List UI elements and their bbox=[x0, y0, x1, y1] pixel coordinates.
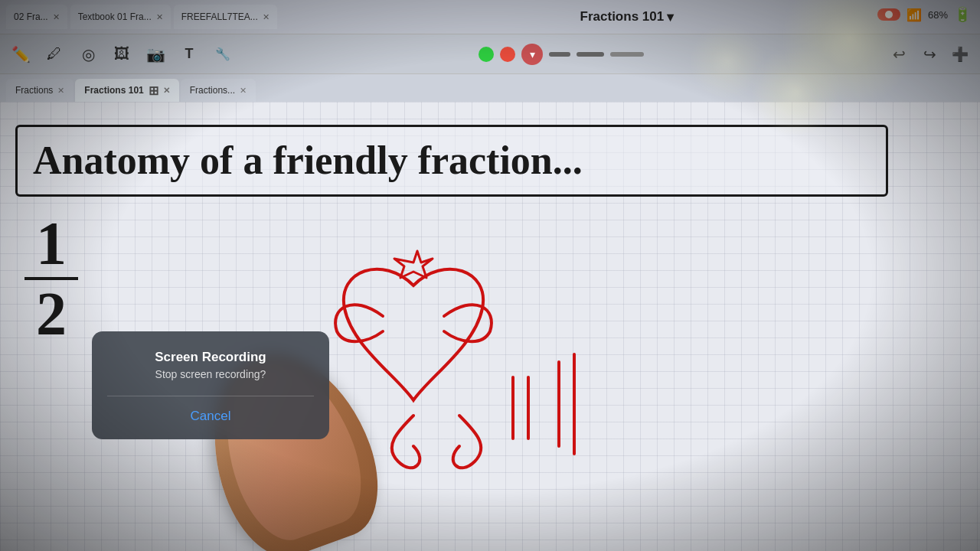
canvas-title: Anatomy of a friendly fraction... bbox=[33, 138, 871, 184]
dialog-title: Screen Recording bbox=[107, 350, 314, 365]
eyedropper-tool[interactable]: 🔧 bbox=[208, 40, 237, 69]
pen-tool[interactable]: 🖊 bbox=[40, 40, 69, 69]
doc-tab-fractions-close[interactable]: ✕ bbox=[57, 86, 64, 96]
text-tool[interactable]: T bbox=[175, 40, 204, 69]
dialog-divider bbox=[107, 396, 314, 396]
browser-tab-2[interactable]: Textbook 01 Fra... ✕ bbox=[70, 5, 171, 29]
title-box: Anatomy of a friendly fraction... bbox=[15, 125, 888, 197]
tab2-close[interactable]: ✕ bbox=[156, 12, 163, 22]
recording-indicator bbox=[877, 8, 900, 21]
document-tabs: Fractions ✕ Fractions 101 ⊞ ✕ Fractions.… bbox=[0, 74, 980, 102]
redo-button[interactable]: ↪ bbox=[916, 41, 943, 68]
add-button[interactable]: ➕ bbox=[946, 41, 974, 68]
app-title-top: Fractions 101 ▾ bbox=[580, 9, 675, 25]
doc-tab-fractions2-label: Fractions... bbox=[190, 85, 235, 96]
cancel-button[interactable]: Cancel bbox=[178, 406, 243, 427]
record-dot bbox=[885, 11, 893, 18]
two-col-icon: ⊞ bbox=[149, 83, 158, 98]
nav-buttons: ↩ ↪ ➕ bbox=[885, 41, 974, 68]
tab2-label: Textbook 01 Fra... bbox=[78, 11, 152, 22]
doc-tab-fractions[interactable]: Fractions ✕ bbox=[6, 79, 74, 102]
dash-long[interactable] bbox=[610, 52, 644, 57]
doc-tab-fractions-label: Fractions bbox=[15, 85, 53, 96]
image-tool[interactable]: 🖼 bbox=[107, 40, 136, 69]
green-record-dot[interactable] bbox=[479, 47, 494, 62]
wifi-icon: 📶 bbox=[906, 8, 922, 22]
dialog-buttons: Cancel bbox=[107, 406, 314, 427]
recording-dropdown[interactable]: ▾ bbox=[521, 44, 543, 65]
battery-level: 68% bbox=[928, 9, 948, 21]
browser-tab-3[interactable]: FREEFALL7TEA... ✕ bbox=[174, 5, 277, 29]
camera-tool[interactable]: 📷 bbox=[141, 40, 170, 69]
fraction-denominator: 2 bbox=[36, 283, 67, 344]
screen-recording-dialog: Screen Recording Stop screen recording? … bbox=[92, 331, 329, 439]
recording-controls: ▾ bbox=[456, 44, 666, 65]
fraction-display: 1 2 bbox=[24, 213, 78, 344]
canvas-area: Anatomy of a friendly fraction... 1 2 bbox=[0, 102, 980, 551]
doc-tab-fractions101-label: Fractions 101 bbox=[84, 85, 143, 96]
tab3-label: FREEFALL7TEA... bbox=[181, 11, 258, 22]
doc-tab-fractions101-close[interactable]: ✕ bbox=[163, 86, 170, 96]
doc-tab-fractions2[interactable]: Fractions... ✕ bbox=[181, 79, 256, 102]
drawing-toolbar: ✏️ 🖊 ◎ 🖼 📷 T 🔧 ▾ ↩ ↪ ➕ bbox=[0, 34, 980, 74]
lasso-tool[interactable]: ◎ bbox=[74, 40, 103, 69]
dash-short[interactable] bbox=[549, 52, 570, 57]
battery-icon: 🔋 bbox=[954, 6, 971, 23]
tab1-close[interactable]: ✕ bbox=[53, 12, 60, 22]
browser-tab-1[interactable]: 02 Fra... ✕ bbox=[6, 5, 67, 29]
doc-tab-fractions2-close[interactable]: ✕ bbox=[240, 86, 247, 96]
red-record-dot[interactable] bbox=[500, 47, 515, 62]
status-bar: 📶 68% 🔋 bbox=[877, 6, 971, 23]
fraction: 1 2 bbox=[24, 213, 78, 344]
dialog-subtitle: Stop screen recording? bbox=[107, 368, 314, 380]
pencil-tool[interactable]: ✏️ bbox=[6, 40, 35, 69]
dash-medium[interactable] bbox=[577, 52, 604, 57]
fraction-numerator: 1 bbox=[36, 213, 67, 274]
browser-tab-bar: 02 Fra... ✕ Textbook 01 Fra... ✕ FREEFAL… bbox=[0, 0, 980, 34]
tab1-label: 02 Fra... bbox=[14, 11, 48, 22]
tab3-close[interactable]: ✕ bbox=[263, 12, 270, 22]
doc-tab-fractions101[interactable]: Fractions 101 ⊞ ✕ bbox=[75, 79, 178, 102]
undo-button[interactable]: ↩ bbox=[885, 41, 913, 68]
